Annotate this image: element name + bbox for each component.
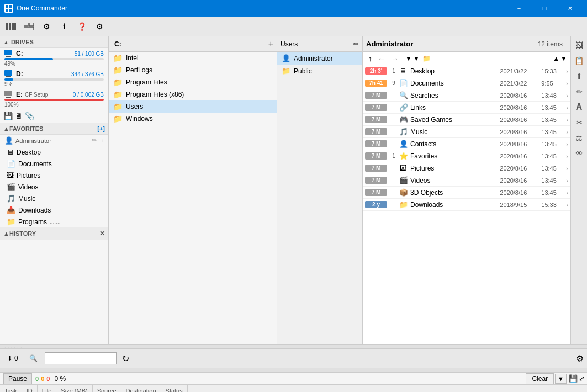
nav-back-arrow[interactable]: ← — [376, 53, 388, 64]
file-date: 2020/8/16 — [500, 165, 541, 172]
fav-documents[interactable]: 📄 Documents — [0, 158, 108, 169]
col-id: ID — [22, 385, 38, 392]
status-expand-icon[interactable]: ⤢ — [579, 374, 585, 383]
sort-up-icon[interactable]: ▲ — [553, 55, 559, 62]
file-row[interactable]: 7 M 🔍 Searches 2020/8/16 13:48 › — [363, 89, 570, 102]
font-sidebar-icon[interactable]: A — [573, 100, 586, 114]
upload-sidebar-icon[interactable]: ⬆ — [573, 70, 586, 83]
file-age-badge: 7 M — [365, 165, 387, 172]
pause-button[interactable]: Pause — [3, 373, 32, 384]
file-row[interactable]: 7 M 👤 Contacts 2020/8/16 13:45 › — [363, 138, 570, 150]
folder-program-files-x86[interactable]: 📁 Program Files (x86) — [109, 88, 277, 100]
download-icon: ⬇ — [7, 354, 13, 362]
drive-network-icon[interactable]: 🖥 — [15, 112, 23, 120]
right-nav: ↑ ← → ▼ ▼ 📁 ▲ ▼ — [363, 52, 570, 65]
download-button[interactable]: ⬇ 0 — [3, 353, 22, 364]
drive-connect-icon[interactable]: 📎 — [25, 112, 34, 120]
search-icon-btn[interactable]: 🔍 — [25, 353, 41, 364]
users-edit-icon[interactable]: ✏ — [353, 40, 359, 48]
fav-pictures[interactable]: 🖼 Pictures — [0, 169, 108, 181]
info-icon[interactable]: ℹ — [56, 19, 72, 34]
image-preview-icon[interactable]: 🖼 — [573, 39, 586, 52]
progress-text: 0 % — [54, 375, 66, 383]
col-status: Status — [161, 385, 188, 392]
status-save-icon[interactable]: 💾 — [569, 374, 578, 383]
middle-add-button[interactable]: + — [268, 39, 273, 49]
file-name: Favorites — [410, 152, 500, 160]
middle-folder-list: 📁 Intel 📁 PerfLogs 📁 Program Files 📁 Pro… — [109, 52, 277, 344]
far-right-sidebar: 🖼 📋 ⬆ ✏ A ✂ ⚖ 👁 — [570, 36, 587, 344]
fav-music[interactable]: 🎵 Music — [0, 193, 108, 204]
toolbar: ⚙ ℹ ❓ ⚙ — [0, 17, 587, 36]
close-button[interactable]: ✕ — [557, 0, 583, 17]
favorites-header: ▲ FAVORITES [+] — [0, 123, 108, 135]
drive-e[interactable]: E: CF Setup 0 / 0.002 GB 100% — [0, 89, 108, 109]
panels-icon[interactable] — [3, 19, 19, 34]
col-destination: Destination — [121, 385, 161, 392]
user-public[interactable]: 📁 Public — [277, 65, 362, 77]
folder-intel[interactable]: 📁 Intel — [109, 52, 277, 64]
file-type-icon: 🔍 — [399, 91, 408, 99]
help-icon[interactable]: ❓ — [74, 19, 89, 34]
file-arrow-icon: › — [566, 104, 568, 111]
right-panel: Administrator 12 items ↑ ← → ▼ ▼ 📁 ▲ ▼ 2… — [363, 36, 570, 344]
sort-toggle-down[interactable]: ▼ — [413, 55, 420, 62]
fav-downloads[interactable]: 📥 Downloads — [0, 204, 108, 216]
file-row[interactable]: 7 M 📦 3D Objects 2020/8/16 13:45 › — [363, 187, 570, 199]
clear-button[interactable]: Clear — [526, 373, 554, 384]
bottom-toolbar: ⬇ 0 🔍 ↻ ⚙ — [0, 348, 587, 368]
file-row[interactable]: 7h 41 9 📄 Documents 2021/3/22 9:55 › — [363, 77, 570, 89]
fav-edit-icon[interactable]: ✏ — [92, 137, 97, 144]
fav-desktop[interactable]: 🖥 Desktop — [0, 146, 108, 158]
scissors-sidebar-icon[interactable]: ✂ — [573, 116, 586, 129]
svg-rect-7 — [14, 23, 16, 30]
maximize-button[interactable]: □ — [532, 0, 557, 17]
fav-videos[interactable]: 🎬 Videos — [0, 181, 108, 193]
file-row[interactable]: 7 M 🎵 Music 2020/8/16 13:45 › — [363, 126, 570, 138]
file-type-icon: 👤 — [399, 140, 408, 148]
drive-d[interactable]: D: 344 / 376 GB 9% — [0, 68, 108, 89]
file-row[interactable]: 2 y 📁 Downloads 2018/9/15 15:33 › — [363, 199, 570, 211]
history-close-button[interactable]: ✕ — [99, 230, 105, 237]
user-administrator[interactable]: 👤 Administrator — [277, 52, 362, 65]
file-row[interactable]: 2h 3' 1 🖥 Desktop 2021/3/22 15:33 › — [363, 65, 570, 77]
folder-program-files[interactable]: 📁 Program Files — [109, 76, 277, 88]
file-row[interactable]: 7 M 🎮 Saved Games 2020/8/16 13:45 › — [363, 114, 570, 126]
svg-rect-10 — [24, 27, 34, 30]
folder-windows[interactable]: 📁 Windows — [109, 113, 277, 125]
file-age-badge: 2 y — [365, 201, 387, 208]
refresh-button[interactable]: ↻ — [122, 353, 129, 364]
view-toggle-down[interactable]: ▼ — [405, 55, 412, 62]
minimize-button[interactable]: − — [506, 0, 532, 17]
theme-icon[interactable]: ⚙ — [92, 19, 107, 34]
file-age-badge: 7 M — [365, 92, 387, 99]
drive-usb-icon[interactable]: 💾 — [3, 112, 13, 120]
bottom-settings-icon[interactable]: ⚙ — [576, 353, 584, 364]
drive-c[interactable]: C: 51 / 100 GB 49% — [0, 48, 108, 68]
fav-programs[interactable]: 📁 Programs ....... — [0, 216, 108, 227]
file-row[interactable]: 7 M 🖼 Pictures 2020/8/16 13:45 › — [363, 162, 570, 174]
nav-forward-arrow[interactable]: → — [389, 53, 401, 64]
favorites-add-button[interactable]: [+] — [97, 125, 105, 132]
edit-sidebar-icon[interactable]: ✏ — [573, 85, 586, 98]
search-input[interactable] — [45, 352, 117, 364]
file-age-badge: 2h 3' — [365, 67, 387, 75]
file-row[interactable]: 7 M 1 ⭐ Favorites 2020/8/16 13:45 › — [363, 150, 570, 162]
expand-button[interactable]: ▼ — [555, 374, 567, 384]
file-row[interactable]: 7 M 🎬 Videos 2020/8/16 13:45 › — [363, 174, 570, 187]
layout-icon[interactable] — [21, 19, 36, 34]
folder-perflogs[interactable]: 📁 PerfLogs — [109, 64, 277, 76]
fav-add-item-icon[interactable]: + — [101, 137, 104, 144]
file-row[interactable]: 7 M 🔗 Links 2020/8/16 13:45 › — [363, 102, 570, 114]
sort-down-icon[interactable]: ▼ — [560, 55, 567, 62]
folder-users[interactable]: 📁 Users — [109, 100, 277, 113]
file-age-badge: 7 M — [365, 152, 387, 160]
compare-sidebar-icon[interactable]: ⚖ — [573, 131, 586, 145]
nav-up-arrow[interactable]: ↑ — [366, 53, 374, 64]
file-arrow-icon: › — [566, 92, 568, 99]
clipboard-icon[interactable]: 📋 — [573, 54, 586, 67]
settings-gear-icon[interactable]: ⚙ — [39, 19, 54, 34]
file-time: 13:45 — [541, 153, 566, 160]
eye-sidebar-icon[interactable]: 👁 — [573, 147, 586, 160]
folder-icon-btn[interactable]: 📁 — [422, 55, 431, 62]
